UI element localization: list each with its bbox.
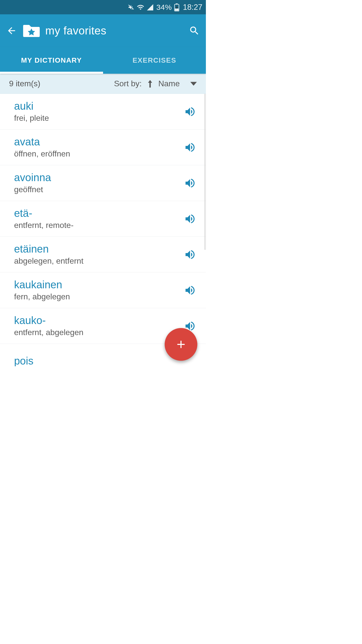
list-item[interactable]: avoinna geöffnet — [0, 165, 206, 201]
play-audio-button[interactable] — [183, 141, 197, 154]
sort-bar: 9 item(s) Sort by: Name — [0, 74, 206, 94]
word: kauko- — [14, 315, 179, 326]
play-audio-button[interactable] — [183, 212, 197, 226]
svg-rect-1 — [176, 3, 178, 4]
word: kaukainen — [14, 279, 179, 291]
scrollbar[interactable] — [204, 94, 206, 250]
translation: abgelegen, entfernt — [14, 256, 179, 266]
tab-label: MY DICTIONARY — [21, 56, 82, 64]
sort-direction-icon — [147, 80, 153, 88]
tab-indicator — [0, 72, 103, 74]
search-button[interactable] — [188, 25, 200, 37]
app-bar: my favorites — [0, 14, 206, 47]
word: etäinen — [14, 243, 179, 255]
tabs: MY DICTIONARY EXERCISES — [0, 47, 206, 74]
list-item[interactable]: etä- entfernt, remote- — [0, 201, 206, 237]
back-button[interactable] — [6, 25, 18, 37]
translation: geöffnet — [14, 185, 179, 194]
translation: frei, pleite — [14, 113, 179, 123]
chevron-down-icon — [190, 82, 197, 86]
add-button[interactable] — [165, 328, 197, 361]
word: avoinna — [14, 172, 179, 183]
sort-by-label: Sort by: — [114, 79, 142, 88]
battery-charging-icon — [174, 3, 179, 11]
wifi-icon — [137, 4, 144, 11]
translation: fern, abgelegen — [14, 292, 179, 301]
signal-icon — [146, 4, 154, 11]
sort-field: Name — [158, 79, 180, 88]
page-title: my favorites — [45, 24, 106, 37]
status-bar: 34% 18:27 — [0, 0, 206, 14]
play-audio-button[interactable] — [183, 105, 197, 118]
play-audio-button[interactable] — [183, 176, 197, 190]
item-count: 9 item(s) — [9, 79, 40, 88]
plus-icon — [175, 338, 187, 351]
clock: 18:27 — [183, 3, 202, 12]
tab-my-dictionary[interactable]: MY DICTIONARY — [0, 47, 103, 74]
favorites-list: auki frei, pleite avata öffnen, eröffnen — [0, 94, 206, 366]
battery-percent: 34% — [156, 3, 172, 12]
tab-label: EXERCISES — [132, 56, 176, 64]
list-item[interactable]: auki frei, pleite — [0, 94, 206, 130]
play-audio-button[interactable] — [183, 284, 197, 297]
translation: entfernt, remote- — [14, 221, 179, 230]
word: avata — [14, 136, 179, 148]
play-audio-button[interactable] — [183, 248, 197, 261]
word: auki — [14, 100, 179, 112]
play-audio-button[interactable] — [183, 365, 197, 366]
word: pois — [14, 355, 179, 366]
sort-control[interactable]: Sort by: Name — [114, 79, 197, 88]
list-item[interactable]: avata öffnen, eröffnen — [0, 130, 206, 165]
tab-exercises[interactable]: EXERCISES — [103, 47, 206, 74]
translation: entfernt, abgelegen — [14, 328, 179, 337]
mute-icon — [128, 4, 135, 11]
list-item[interactable]: etäinen abgelegen, entfernt — [0, 237, 206, 272]
favorites-folder-icon — [23, 23, 40, 38]
word: etä- — [14, 208, 179, 219]
translation: öffnen, eröffnen — [14, 149, 179, 158]
list-item[interactable]: kaukainen fern, abgelegen — [0, 272, 206, 308]
